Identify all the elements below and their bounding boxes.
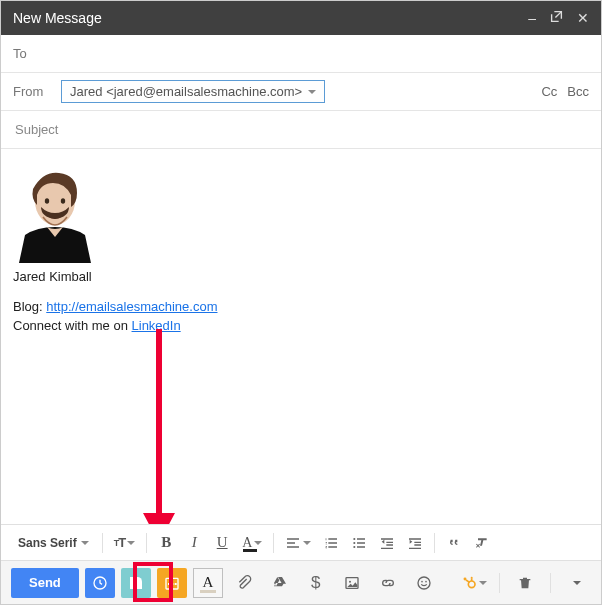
signature-avatar xyxy=(13,163,97,263)
bullet-list-button[interactable] xyxy=(346,530,372,556)
chevron-down-icon xyxy=(479,581,487,589)
hubspot-button[interactable] xyxy=(459,568,489,598)
svg-marker-5 xyxy=(143,513,175,524)
send-button[interactable]: Send xyxy=(11,568,79,598)
svg-point-6 xyxy=(354,537,356,539)
svg-point-18 xyxy=(425,580,427,582)
quote-button[interactable] xyxy=(441,530,467,556)
remove-formatting-button[interactable] xyxy=(469,530,495,556)
chevron-down-icon xyxy=(254,541,262,549)
svg-point-3 xyxy=(61,198,65,204)
drive-button[interactable] xyxy=(265,568,295,598)
svg-rect-11 xyxy=(168,583,170,585)
format-toolbar: Sans Serif TT B I U A xyxy=(1,524,601,560)
money-button[interactable]: $ xyxy=(301,568,331,598)
svg-point-23 xyxy=(471,576,473,578)
indent-less-button[interactable] xyxy=(374,530,400,556)
window-title: New Message xyxy=(13,10,102,26)
discard-button[interactable] xyxy=(510,568,540,598)
titlebar: New Message – ✕ xyxy=(1,1,601,35)
separator xyxy=(434,533,435,553)
italic-button[interactable]: I xyxy=(181,530,207,556)
signature-connect-prefix: Connect with me on xyxy=(13,318,132,333)
indent-more-button[interactable] xyxy=(402,530,428,556)
subject-input[interactable] xyxy=(13,121,589,138)
signature-blog-label: Blog: xyxy=(13,299,46,314)
bold-button[interactable]: B xyxy=(153,530,179,556)
separator xyxy=(499,573,500,593)
schedule-button[interactable] xyxy=(85,568,115,598)
from-value: Jared <jared@emailsalesmachine.com> xyxy=(70,84,302,99)
annotation-arrow xyxy=(129,329,189,524)
separator xyxy=(146,533,147,553)
close-icon[interactable]: ✕ xyxy=(577,10,589,26)
separator xyxy=(550,573,551,593)
svg-point-16 xyxy=(418,577,430,589)
font-size-dropdown[interactable]: TT xyxy=(109,530,140,556)
minimize-icon[interactable]: – xyxy=(528,10,536,26)
separator xyxy=(273,533,274,553)
svg-point-15 xyxy=(349,580,351,582)
chevron-down-icon xyxy=(573,581,581,589)
chevron-down-icon xyxy=(303,541,311,549)
numbered-list-button[interactable] xyxy=(318,530,344,556)
emoji-button[interactable] xyxy=(409,568,439,598)
insert-link-button[interactable] xyxy=(373,568,403,598)
svg-line-21 xyxy=(466,580,470,582)
to-label: To xyxy=(13,46,61,61)
signature-linkedin-link[interactable]: LinkedIn xyxy=(132,318,181,333)
to-field[interactable]: To xyxy=(1,35,601,73)
signature-blog-link[interactable]: http://emailsalesmachine.com xyxy=(46,299,217,314)
svg-point-17 xyxy=(421,580,423,582)
more-options-button[interactable] xyxy=(561,568,591,598)
insert-photo-button[interactable] xyxy=(337,568,367,598)
cc-button[interactable]: Cc xyxy=(541,84,557,99)
from-field: From Jared <jared@emailsalesmachine.com>… xyxy=(1,73,601,111)
separator xyxy=(102,533,103,553)
chevron-down-icon xyxy=(127,541,135,549)
attach-button[interactable] xyxy=(229,568,259,598)
send-toolbar: Send A $ xyxy=(1,560,601,604)
text-color-button[interactable]: A xyxy=(237,530,267,556)
svg-point-2 xyxy=(45,198,49,204)
bcc-button[interactable]: Bcc xyxy=(567,84,589,99)
font-family-dropdown[interactable]: Sans Serif xyxy=(11,530,96,556)
svg-rect-12 xyxy=(171,583,173,585)
chevron-down-icon xyxy=(308,90,316,98)
chevron-down-icon xyxy=(81,541,89,549)
from-dropdown[interactable]: Jared <jared@emailsalesmachine.com> xyxy=(61,80,325,103)
compose-body[interactable]: Jared Kimball Blog: http://emailsalesmac… xyxy=(1,149,601,524)
formatting-icon: A xyxy=(202,574,213,591)
popout-icon[interactable] xyxy=(550,10,563,26)
align-button[interactable] xyxy=(280,530,316,556)
calendar-button[interactable] xyxy=(157,568,187,598)
formatting-toggle-button[interactable]: A xyxy=(193,568,223,598)
template-button[interactable] xyxy=(121,568,151,598)
signature-name: Jared Kimball xyxy=(13,269,589,284)
underline-button[interactable]: U xyxy=(209,530,235,556)
svg-point-8 xyxy=(354,545,356,547)
from-label: From xyxy=(13,84,61,99)
svg-point-7 xyxy=(354,541,356,543)
svg-rect-13 xyxy=(174,583,176,585)
subject-field[interactable] xyxy=(1,111,601,149)
